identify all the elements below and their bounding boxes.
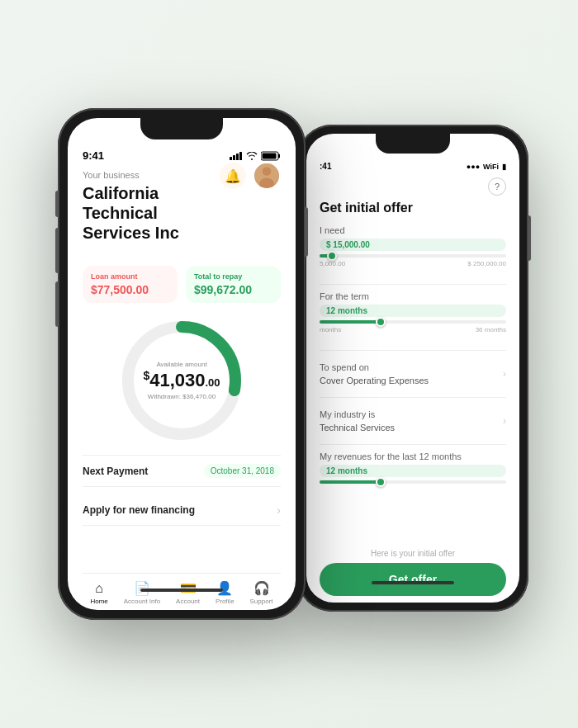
apply-financing-text: Apply for new financing — [83, 504, 195, 516]
svg-rect-3 — [239, 152, 242, 160]
industry-chevron-icon: › — [503, 415, 506, 427]
divider-1 — [320, 284, 506, 285]
svg-rect-5 — [278, 154, 280, 158]
revenue-slider[interactable] — [320, 480, 506, 484]
spend-chevron-icon: › — [503, 368, 506, 380]
back-phone: :41 ●●● WiFi ▮ ? Get initial offer — [297, 125, 528, 612]
account-nav-label: Account — [176, 598, 200, 605]
apply-financing-chevron-icon: › — [277, 503, 281, 517]
front-status-bar: 9:41 — [83, 149, 281, 162]
back-screen-title: Get initial offer — [320, 201, 506, 215]
back-home-indicator — [372, 581, 454, 584]
avatar-image — [254, 162, 279, 188]
profile-nav-label: Profile — [216, 598, 235, 605]
donut-amount: $41,030.00 — [143, 370, 220, 390]
donut-withdrawn: Withdrawn: $36,470.00 — [143, 393, 220, 400]
nav-item-support[interactable]: 🎧 Support — [250, 580, 273, 605]
wifi-icon — [246, 152, 258, 160]
spend-row[interactable]: To spend on Cover Operating Expenses › — [320, 357, 506, 390]
revenue-slider-thumb — [376, 477, 386, 487]
amount-slider[interactable] — [320, 254, 506, 258]
front-phone: 9:41 — [58, 108, 306, 620]
industry-row[interactable]: My industry is Technical Services › — [320, 404, 506, 437]
front-phone-power-button — [305, 207, 308, 257]
front-time: 9:41 — [83, 149, 104, 162]
term-slider-fill — [320, 320, 381, 324]
industry-label: My industry is — [320, 409, 395, 419]
front-home-indicator — [140, 589, 223, 592]
donut-center: Available amount $41,030.00 Withdrawn: $… — [143, 361, 220, 399]
front-phone-vol-down-button — [55, 281, 59, 327]
your-business-label: Your business — [83, 170, 220, 180]
loan-label: Loan amount — [91, 272, 169, 281]
get-offer-button[interactable]: Get offer — [320, 563, 506, 596]
next-payment-label: Next Payment — [83, 466, 148, 477]
svg-rect-2 — [236, 154, 239, 160]
back-wifi: WiFi — [483, 163, 499, 171]
term-value: 12 months — [320, 305, 506, 317]
term-slider-thumb — [376, 317, 386, 327]
header-actions: 🔔 — [220, 162, 281, 190]
divider-3 — [320, 397, 506, 398]
bell-icon[interactable]: 🔔 — [220, 163, 246, 189]
signal-icon — [230, 152, 243, 160]
spend-label: To spend on — [320, 362, 429, 372]
donut-chart-area: Available amount $41,030.00 Withdrawn: $… — [83, 314, 281, 447]
amount-value: $ 15,000.00 — [320, 239, 506, 251]
svg-point-8 — [263, 167, 272, 176]
back-screen-content: :41 ●●● WiFi ▮ ? Get initial offer — [306, 134, 519, 603]
term-slider[interactable] — [320, 320, 506, 324]
loan-value: $77,500.00 — [91, 283, 169, 296]
donut-label: Available amount — [143, 361, 220, 368]
front-phone-notch — [140, 118, 223, 139]
total-value: $99,672.00 — [194, 283, 272, 296]
support-nav-icon: 🎧 — [253, 580, 270, 596]
front-phone-screen: 9:41 — [68, 118, 296, 610]
nav-item-home[interactable]: ⌂ Home — [90, 581, 107, 605]
total-label: Total to repay — [194, 272, 272, 281]
svg-rect-1 — [233, 155, 235, 160]
donut-cents: .00 — [206, 377, 220, 390]
spend-value: Cover Operating Expenses — [320, 376, 429, 385]
back-status-bar: :41 ●●● WiFi ▮ — [320, 162, 506, 171]
home-nav-label: Home — [90, 598, 107, 605]
nav-item-account-info[interactable]: 📄 Account Info — [124, 580, 160, 605]
industry-value: Technical Services — [320, 423, 395, 433]
support-nav-label: Support — [250, 598, 273, 605]
total-repay-card: Total to repay $99,672.00 — [186, 266, 281, 303]
help-button[interactable]: ? — [488, 177, 506, 196]
front-phone-silent-button — [55, 191, 59, 217]
amount-cards: Loan amount $77,500.00 Total to repay $9… — [83, 266, 281, 303]
front-phone-vol-up-button — [55, 228, 59, 273]
loan-amount-card: Loan amount $77,500.00 — [83, 266, 178, 303]
term-label: For the term — [320, 291, 506, 301]
amount-label: I need — [320, 225, 506, 235]
divider-2 — [320, 350, 506, 351]
revenue-label: My revenues for the last 12 months — [320, 451, 506, 461]
svg-rect-6 — [263, 153, 277, 158]
revenue-slider-fill — [320, 480, 381, 484]
back-battery: ▮ — [502, 163, 506, 171]
next-payment-row: Next Payment October 31, 2018 — [83, 455, 281, 487]
back-signal: ●●● — [467, 163, 480, 171]
front-status-icons — [230, 151, 281, 161]
nav-item-account[interactable]: 💳 Account — [176, 580, 200, 605]
back-phone-power-button — [528, 215, 531, 261]
initial-offer-label: Here is your initial offer — [320, 549, 506, 558]
avatar[interactable] — [253, 162, 281, 190]
amount-slider-labels: 5,000.00 $ 250,000.00 — [320, 260, 506, 267]
term-slider-labels: months 36 months — [320, 326, 506, 333]
nav-item-profile[interactable]: 👤 Profile — [216, 580, 235, 605]
battery-icon — [261, 151, 281, 161]
business-info: Your business California Technical Servi… — [83, 170, 220, 254]
svg-rect-0 — [230, 157, 232, 160]
next-payment-date: October 31, 2018 — [204, 464, 281, 478]
business-name: California Technical Services Inc — [83, 183, 220, 243]
apply-financing-row[interactable]: Apply for new financing › — [83, 495, 281, 526]
home-nav-icon: ⌂ — [95, 581, 103, 596]
back-phone-notch — [376, 134, 450, 154]
account-info-nav-label: Account Info — [124, 598, 160, 605]
front-screen-content: 9:41 — [68, 118, 296, 610]
revenue-value: 12 months — [320, 465, 506, 477]
back-phone-screen: :41 ●●● WiFi ▮ ? Get initial offer — [306, 134, 519, 603]
